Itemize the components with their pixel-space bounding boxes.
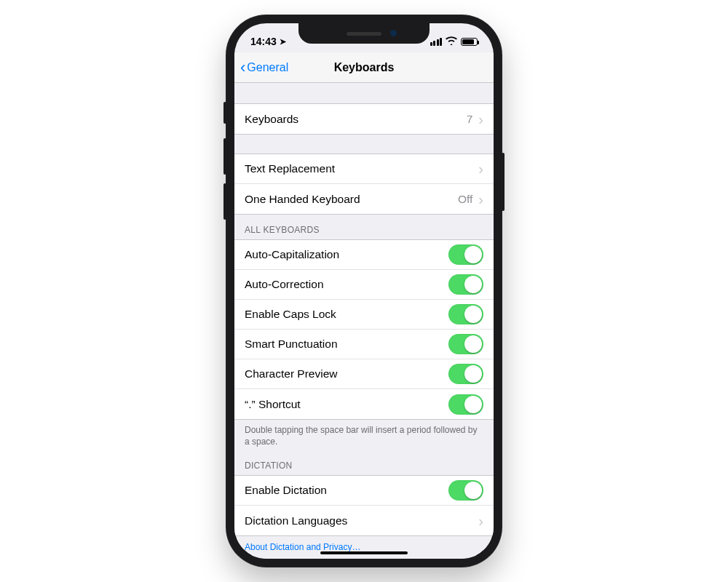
row-auto-capitalization[interactable]: Auto-Capitalization (234, 240, 494, 270)
row-label: Auto-Correction (245, 278, 324, 291)
notch (298, 23, 430, 44)
spacer (234, 83, 494, 103)
battery-icon (461, 38, 478, 46)
toggle-character-preview[interactable] (448, 364, 483, 384)
volume-up-button (223, 138, 226, 175)
volume-down-button (223, 183, 226, 220)
row-enable-caps-lock[interactable]: Enable Caps Lock (234, 300, 494, 330)
earpiece (347, 32, 381, 36)
section-footer-all-keyboards: Double tapping the space bar will insert… (234, 420, 494, 450)
chevron-right-icon: › (478, 162, 483, 176)
row-label: Dictation Languages (245, 514, 347, 527)
row-keyboards[interactable]: Keyboards 7 › (234, 104, 494, 134)
nav-title: Keyboards (334, 61, 395, 74)
toggle-auto-capitalization[interactable] (448, 244, 483, 265)
row-value: 7 (467, 113, 473, 126)
phone-frame: 14:43 ➤ ‹ General Keyboards (226, 15, 502, 567)
home-indicator[interactable] (320, 551, 408, 554)
row-label: Text Replacement (245, 162, 335, 175)
row-label: One Handed Keyboard (245, 193, 360, 206)
row-label: Keyboards (245, 113, 298, 126)
back-button[interactable]: ‹ General (240, 60, 288, 76)
group-keyboards-count: Keyboards 7 › (234, 103, 494, 135)
status-left: 14:43 ➤ (250, 28, 286, 47)
toggle-auto-correction[interactable] (448, 274, 483, 295)
section-footer-dictation: You can use Dictation for English when y… (234, 554, 494, 559)
row-label: Smart Punctuation (245, 338, 338, 351)
chevron-right-icon: › (478, 112, 483, 127)
nav-bar: ‹ General Keyboards (234, 52, 494, 83)
row-text-replacement[interactable]: Text Replacement › (234, 154, 494, 184)
row-label: Enable Caps Lock (245, 308, 336, 321)
row-trail: Off › (458, 192, 483, 207)
toggle-caps-lock[interactable] (448, 304, 483, 324)
row-label: Character Preview (245, 367, 338, 380)
content[interactable]: Keyboards 7 › Text Replacement › (234, 83, 494, 559)
cellular-icon (430, 38, 443, 46)
row-trail: › (478, 162, 483, 176)
row-period-shortcut[interactable]: “.” Shortcut (234, 389, 494, 419)
group-text-options: Text Replacement › One Handed Keyboard O… (234, 154, 494, 215)
screen: 14:43 ➤ ‹ General Keyboards (234, 23, 494, 559)
toggle-enable-dictation[interactable] (448, 480, 483, 501)
location-icon: ➤ (280, 37, 286, 47)
wifi-icon (446, 36, 457, 47)
mute-switch (223, 102, 226, 124)
row-label: Enable Dictation (245, 484, 327, 497)
section-header-dictation: DICTATION (234, 450, 494, 475)
row-label: “.” Shortcut (245, 398, 301, 411)
row-trail: 7 › (467, 112, 483, 127)
row-value: Off (458, 193, 472, 206)
row-dictation-languages[interactable]: Dictation Languages › (234, 506, 494, 535)
row-one-handed-keyboard[interactable]: One Handed Keyboard Off › (234, 184, 494, 214)
group-all-keyboards: Auto-Capitalization Auto-Correction Enab… (234, 239, 494, 420)
status-time: 14:43 (250, 36, 277, 47)
front-camera (390, 30, 397, 36)
row-trail: › (478, 514, 483, 528)
stage: 14:43 ➤ ‹ General Keyboards (0, 0, 728, 582)
row-enable-dictation[interactable]: Enable Dictation (234, 476, 494, 506)
row-label: Auto-Capitalization (245, 248, 339, 261)
group-dictation: Enable Dictation Dictation Languages › (234, 475, 494, 536)
row-auto-correction[interactable]: Auto-Correction (234, 270, 494, 300)
back-label: General (247, 61, 288, 74)
chevron-right-icon: › (478, 514, 483, 528)
side-button (502, 153, 505, 211)
section-header-all-keyboards: ALL KEYBOARDS (234, 215, 494, 239)
toggle-period-shortcut[interactable] (448, 394, 483, 415)
chevron-left-icon: ‹ (240, 60, 245, 76)
chevron-right-icon: › (478, 192, 483, 207)
toggle-smart-punctuation[interactable] (448, 334, 483, 354)
row-character-preview[interactable]: Character Preview (234, 359, 494, 389)
spacer (234, 135, 494, 154)
status-right (430, 29, 478, 47)
row-smart-punctuation[interactable]: Smart Punctuation (234, 330, 494, 359)
